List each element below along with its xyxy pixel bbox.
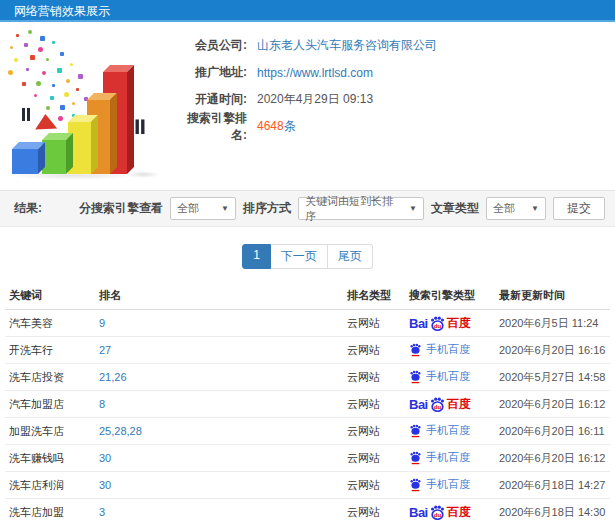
engine-filter-label: 分搜索引擎查看 [79, 200, 163, 217]
table-row: 开洗车行27云网站 手机百度2020年6月20日 16:16 [5, 337, 610, 364]
article-type-select[interactable]: 全部 ▼ [486, 197, 546, 220]
opened-label: 开通时间: [177, 91, 247, 108]
engine-cell: 手机百度 [405, 472, 495, 499]
updated-cell: 2020年6月5日 11:24 [495, 310, 610, 337]
account-info: 会员公司: 山东老人头汽车服务咨询有限公司 推广地址: https://www.… [177, 22, 615, 140]
rank-cell[interactable]: 3 [95, 499, 343, 520]
updated-cell: 2020年6月20日 16:12 [495, 445, 610, 472]
updated-cell: 2020年6月20日 16:16 [495, 337, 610, 364]
keyword-cell: 汽车美容 [5, 310, 95, 337]
last-page-button[interactable]: 尾页 [328, 244, 373, 269]
article-type-label: 文章类型 [431, 200, 479, 217]
rank-type-cell: 云网站 [343, 364, 405, 391]
keyword-cell: 洗车店加盟 [5, 499, 95, 520]
baidu-logo: Bai du百度 [409, 396, 471, 413]
rank-cell[interactable]: 30 [95, 445, 343, 472]
engine-cell: Bai du百度 [405, 391, 495, 418]
rank-type-cell: 云网站 [343, 391, 405, 418]
chevron-down-icon: ▼ [531, 204, 539, 213]
baidu-logo: Bai du百度 [409, 504, 471, 520]
table-row: 汽车美容9云网站 Bai du百度2020年6月5日 11:24 [5, 310, 610, 337]
rank-count-unit: 条 [284, 119, 296, 133]
rank-type-cell: 云网站 [343, 445, 405, 472]
mobile-baidu-paw-icon [409, 423, 422, 438]
results-label: 结果: [14, 200, 42, 217]
keyword-cell: 汽车加盟店 [5, 391, 95, 418]
rank-type-cell: 云网站 [343, 337, 405, 364]
sort-select[interactable]: 关键词由短到长排序 ▼ [298, 197, 424, 220]
table-row: 汽车加盟店8云网站 Bai du百度2020年6月20日 16:12 [5, 391, 610, 418]
mobile-baidu-logo: 手机百度 [409, 342, 470, 357]
rank-count-label: 搜索引擎排名: [177, 110, 247, 144]
mobile-baidu-paw-icon [409, 342, 422, 357]
opened-time: 2020年4月29日 09:13 [257, 91, 373, 108]
col-updated: 最新更新时间 [495, 283, 610, 310]
businessman-right [128, 119, 153, 134]
engine-cell: Bai du百度 [405, 499, 495, 520]
rank-type-cell: 云网站 [343, 499, 405, 520]
svg-text:du: du [434, 403, 442, 409]
mobile-baidu-paw-icon [409, 450, 422, 465]
rankings-table: 关键词 排名 排名类型 搜索引擎类型 最新更新时间 汽车美容9云网站 Bai d… [5, 283, 610, 520]
page-1-button[interactable]: 1 [242, 244, 271, 269]
bar-chart-illustration [0, 24, 185, 186]
updated-cell: 2020年6月20日 16:11 [495, 418, 610, 445]
page-title: 网络营销效果展示 [14, 4, 110, 18]
rank-cell[interactable]: 8 [95, 391, 343, 418]
rank-count-number: 4648 [257, 119, 284, 133]
keyword-cell: 加盟洗车店 [5, 418, 95, 445]
engine-cell: Bai du百度 [405, 310, 495, 337]
rank-cell[interactable]: 21,26 [95, 364, 343, 391]
baidu-paw-icon: du [429, 315, 446, 332]
table-row: 洗车店利润30云网站 手机百度2020年6月18日 14:27 [5, 472, 610, 499]
rank-cell[interactable]: 30 [95, 472, 343, 499]
table-row: 洗车店投资21,26云网站 手机百度2020年5月27日 14:58 [5, 364, 610, 391]
man-shadow [126, 171, 160, 178]
svg-text:du: du [434, 322, 442, 328]
updated-cell: 2020年6月18日 14:27 [495, 472, 610, 499]
baidu-logo: Bai du百度 [409, 315, 471, 332]
rank-type-cell: 云网站 [343, 418, 405, 445]
info-row-url: 推广地址: https://www.lrtlsd.com [177, 59, 615, 86]
results-filter-bar: 结果: 分搜索引擎查看 全部 ▼ 排序方式 关键词由短到长排序 ▼ 文章类型 全… [0, 190, 615, 227]
info-section: 会员公司: 山东老人头汽车服务咨询有限公司 推广地址: https://www.… [0, 22, 615, 190]
rank-type-cell: 云网站 [343, 472, 405, 499]
updated-cell: 2020年5月27日 14:58 [495, 364, 610, 391]
table-header-row: 关键词 排名 排名类型 搜索引擎类型 最新更新时间 [5, 283, 610, 310]
col-keyword: 关键词 [5, 283, 95, 310]
company-link[interactable]: 山东老人头汽车服务咨询有限公司 [257, 37, 437, 54]
table-row: 洗车店加盟3云网站 Bai du百度2020年6月18日 14:30 [5, 499, 610, 520]
mobile-baidu-logo: 手机百度 [409, 423, 470, 438]
engine-cell: 手机百度 [405, 337, 495, 364]
chevron-down-icon: ▼ [221, 204, 229, 213]
bar-green [42, 140, 66, 174]
sort-label: 排序方式 [243, 200, 291, 217]
engine-filter-select[interactable]: 全部 ▼ [170, 197, 236, 220]
engine-cell: 手机百度 [405, 418, 495, 445]
updated-cell: 2020年6月18日 14:30 [495, 499, 610, 520]
col-engine-type: 搜索引擎类型 [405, 283, 495, 310]
engine-cell: 手机百度 [405, 445, 495, 472]
submit-button[interactable]: 提交 [553, 197, 605, 220]
rank-cell[interactable]: 27 [95, 337, 343, 364]
company-label: 会员公司: [177, 37, 247, 54]
rank-cell[interactable]: 9 [95, 310, 343, 337]
keyword-cell: 开洗车行 [5, 337, 95, 364]
keyword-cell: 洗车赚钱吗 [5, 445, 95, 472]
rank-cell[interactable]: 25,28,28 [95, 418, 343, 445]
keyword-cell: 洗车店投资 [5, 364, 95, 391]
growth-arrow-icon [34, 99, 57, 114]
mobile-baidu-paw-icon [409, 369, 422, 384]
mobile-baidu-logo: 手机百度 [409, 369, 470, 384]
rank-type-cell: 云网站 [343, 310, 405, 337]
info-row-company: 会员公司: 山东老人头汽车服务咨询有限公司 [177, 32, 615, 59]
mobile-baidu-paw-icon [409, 477, 422, 492]
baidu-paw-icon: du [429, 396, 446, 413]
promotion-url-link[interactable]: https://www.lrtlsd.com [257, 66, 373, 80]
mobile-baidu-logo: 手机百度 [409, 477, 470, 492]
col-rank-type: 排名类型 [343, 283, 405, 310]
chevron-down-icon: ▼ [409, 204, 417, 213]
updated-cell: 2020年6月20日 16:12 [495, 391, 610, 418]
next-page-button[interactable]: 下一页 [271, 244, 328, 269]
baidu-paw-icon: du [429, 504, 446, 520]
